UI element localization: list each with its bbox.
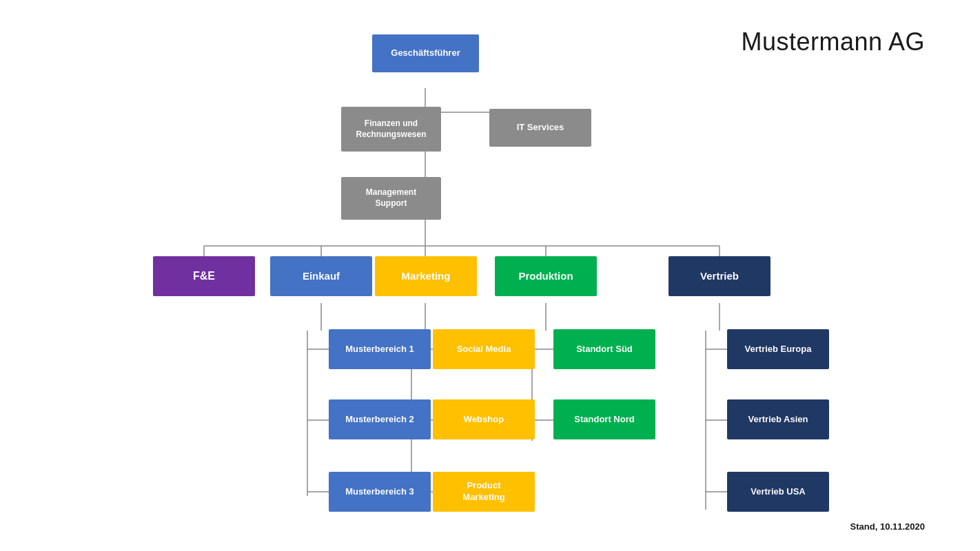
box-marketing: Marketing: [375, 256, 477, 296]
org-chart: Geschäftsführer Finanzen und Rechnungswe…: [0, 0, 827, 551]
box-vertrieb-asien: Vertrieb Asien: [727, 399, 829, 439]
box-standort-nord: Standort Nord: [553, 399, 655, 439]
box-vertrieb: Vertrieb: [668, 256, 770, 296]
box-einkauf: Einkauf: [270, 256, 372, 296]
stand-date: Stand, 10.11.2020: [850, 521, 925, 532]
box-standort-sued: Standort Süd: [553, 329, 655, 369]
box-musterbereich2: Musterbereich 2: [329, 399, 431, 439]
box-webshop: Webshop: [433, 399, 535, 439]
box-produktion: Produktion: [495, 256, 597, 296]
box-it-services: IT Services: [489, 109, 591, 147]
box-vertrieb-usa: Vertrieb USA: [727, 472, 829, 512]
box-product-marketing: Product Marketing: [433, 472, 535, 512]
box-social-media: Social Media: [433, 329, 535, 369]
box-vertrieb-europa: Vertrieb Europa: [727, 329, 829, 369]
box-management-support: Management Support: [341, 177, 441, 220]
box-geschaeftsfuehrer: Geschäftsführer: [372, 34, 479, 72]
page-title: Mustermann AG: [741, 28, 925, 56]
box-musterbereich3: Musterbereich 3: [329, 472, 431, 512]
box-fue: F&E: [153, 256, 255, 296]
box-musterbereich1: Musterbereich 1: [329, 329, 431, 369]
box-finanzen: Finanzen und Rechnungswesen: [341, 107, 441, 152]
